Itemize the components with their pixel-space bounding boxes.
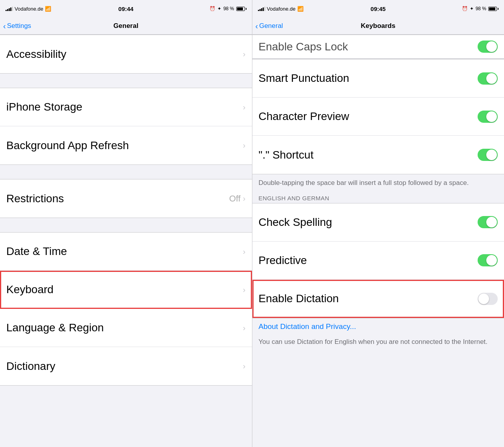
left-alarm-icon: ⏰: [209, 6, 215, 11]
left-status-bar: Vodafone.de 📶 09:44 ⏰ ✦ 98 %: [0, 0, 252, 17]
left-panel: Vodafone.de 📶 09:44 ⏰ ✦ 98 % ‹ Settings …: [0, 0, 252, 447]
check-spelling-knob: [486, 217, 497, 227]
spacer-1: [0, 74, 252, 88]
bottom-group: Date & Time › Keyboard › Language & Regi…: [0, 232, 252, 386]
enable-dictation-row[interactable]: Enable Dictation: [252, 280, 504, 318]
enable-dictation-toggle[interactable]: [478, 293, 498, 305]
shortcut-toggle[interactable]: [478, 149, 498, 161]
keyboard-chevron: ›: [243, 285, 246, 294]
caps-lock-label: Enable Caps Lock: [259, 41, 348, 53]
left-bt-icon: ✦: [217, 6, 221, 11]
date-time-right: ›: [243, 247, 246, 256]
accessibility-label: Accessibility: [6, 48, 66, 61]
left-carrier-name: Vodafone.de: [15, 6, 43, 12]
shortcut-row[interactable]: "." Shortcut: [252, 136, 504, 174]
left-settings-list: Accessibility › iPhone Storage › Backgro…: [0, 35, 252, 447]
right-settings-list: Enable Caps Lock Smart Punctuation Chara…: [252, 35, 504, 447]
character-preview-label: Character Preview: [259, 110, 349, 123]
background-app-refresh-chevron: ›: [243, 141, 246, 150]
punctuation-group: Smart Punctuation Character Preview "." …: [252, 59, 504, 174]
character-preview-knob: [486, 111, 497, 122]
enable-dictation-knob: [478, 294, 489, 304]
restrictions-label: Restrictions: [6, 192, 64, 205]
right-nav-title: Keyboards: [361, 22, 395, 30]
smart-punctuation-row[interactable]: Smart Punctuation: [252, 59, 504, 98]
dictionary-label: Dictionary: [6, 360, 55, 373]
right-back-label: General: [259, 22, 283, 30]
predictive-label: Predictive: [259, 254, 307, 267]
keyboard-right: ›: [243, 285, 246, 294]
spacer-3: [0, 218, 252, 232]
check-spelling-toggle[interactable]: [478, 216, 498, 228]
dictionary-right: ›: [243, 362, 246, 371]
date-time-label: Date & Time: [6, 245, 67, 258]
right-carrier: Vodafone.de 📶: [258, 6, 304, 12]
left-nav-title: General: [113, 22, 138, 30]
keyboard-row[interactable]: Keyboard ›: [0, 271, 252, 309]
right-time: 09:45: [371, 6, 385, 12]
shortcut-info: Double-tapping the space bar will insert…: [252, 174, 504, 192]
right-back-button[interactable]: ‹ General: [256, 22, 283, 30]
restrictions-row[interactable]: Restrictions Off ›: [0, 179, 252, 218]
language-region-chevron: ›: [243, 323, 246, 332]
smart-punctuation-label: Smart Punctuation: [259, 72, 349, 85]
caps-lock-row[interactable]: Enable Caps Lock: [252, 35, 504, 59]
restrictions-chevron: ›: [243, 194, 246, 203]
character-preview-toggle[interactable]: [478, 111, 498, 123]
left-signal-bars: [6, 6, 13, 11]
right-battery-icon: [488, 7, 498, 11]
accessibility-group: Accessibility ›: [0, 35, 252, 74]
restrictions-value: Off: [229, 194, 241, 204]
accessibility-chevron: ›: [243, 50, 246, 59]
left-nav-bar: ‹ Settings General: [0, 17, 252, 35]
check-spelling-row[interactable]: Check Spelling: [252, 203, 504, 242]
predictive-row[interactable]: Predictive: [252, 242, 504, 280]
date-time-row[interactable]: Date & Time ›: [0, 233, 252, 271]
iphone-storage-label: iPhone Storage: [6, 101, 82, 113]
enable-dictation-label: Enable Dictation: [259, 292, 339, 305]
spacer-2: [0, 165, 252, 179]
accessibility-row[interactable]: Accessibility ›: [0, 35, 252, 73]
smart-punctuation-knob: [486, 73, 497, 84]
dictation-privacy-link[interactable]: About Dictation and Privacy...: [252, 318, 504, 333]
right-back-chevron: ‹: [256, 22, 258, 30]
background-app-refresh-label: Background App Refresh: [6, 139, 129, 152]
right-carrier-name: Vodafone.de: [267, 6, 296, 12]
keyboard-label: Keyboard: [6, 283, 54, 296]
smart-punctuation-toggle[interactable]: [478, 72, 498, 85]
spelling-group: Check Spelling Predictive Enable Dictati…: [252, 203, 504, 318]
left-battery-icon: [236, 7, 246, 11]
left-time: 09:44: [119, 6, 133, 12]
right-nav-bar: ‹ General Keyboards: [252, 17, 504, 35]
accessibility-right: ›: [243, 50, 246, 59]
left-back-button[interactable]: ‹ Settings: [3, 22, 31, 30]
right-signal-bars: [258, 6, 265, 11]
restrictions-right: Off ›: [229, 194, 246, 204]
right-bt-icon: ✦: [470, 6, 474, 11]
dictionary-row[interactable]: Dictionary ›: [0, 347, 252, 385]
right-battery-pct: 98 %: [476, 6, 486, 11]
storage-group: iPhone Storage › Background App Refresh …: [0, 88, 252, 165]
date-time-chevron: ›: [243, 247, 246, 256]
shortcut-knob: [486, 150, 497, 160]
language-region-row[interactable]: Language & Region ›: [0, 309, 252, 347]
right-wifi-icon: 📶: [297, 6, 304, 12]
predictive-knob: [486, 255, 497, 266]
iphone-storage-row[interactable]: iPhone Storage ›: [0, 88, 252, 126]
left-wifi-icon: 📶: [45, 6, 51, 12]
right-status-bar: Vodafone.de 📶 09:45 ⏰ ✦ 98 %: [252, 0, 504, 17]
dictation-info: You can use Dictation for English when y…: [252, 333, 504, 351]
check-spelling-label: Check Spelling: [259, 216, 332, 229]
iphone-storage-right: ›: [243, 103, 246, 112]
character-preview-row[interactable]: Character Preview: [252, 98, 504, 136]
language-region-right: ›: [243, 323, 246, 332]
background-app-refresh-row[interactable]: Background App Refresh ›: [0, 126, 252, 164]
left-carrier: Vodafone.de 📶: [6, 6, 51, 12]
right-status-icons: ⏰ ✦ 98 %: [462, 6, 498, 11]
language-region-label: Language & Region: [6, 321, 104, 334]
predictive-toggle[interactable]: [478, 254, 498, 266]
iphone-storage-chevron: ›: [243, 103, 246, 112]
right-alarm-icon: ⏰: [462, 6, 468, 11]
caps-lock-group: Enable Caps Lock: [252, 35, 504, 59]
caps-lock-toggle[interactable]: [478, 41, 498, 53]
